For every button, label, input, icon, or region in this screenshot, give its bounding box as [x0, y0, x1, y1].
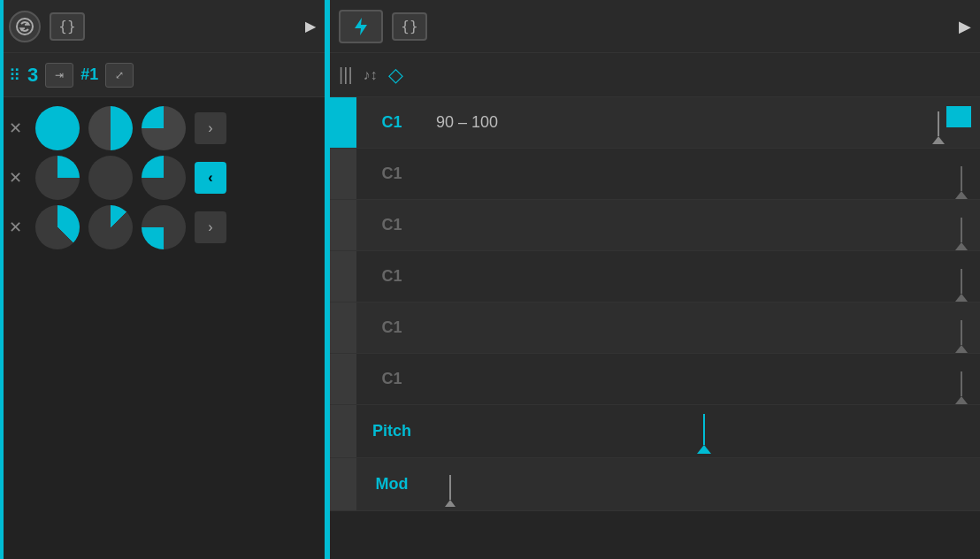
arrow-right-1[interactable]: ›	[195, 112, 226, 144]
note-row-2[interactable]: C1	[330, 149, 980, 200]
note-label-1: C1	[356, 113, 427, 132]
play-icon-right: ▶	[959, 18, 971, 35]
knob-line-6	[961, 371, 962, 396]
note-content-3[interactable]	[427, 200, 980, 250]
pitch-color-block	[330, 405, 356, 457]
arrow-left-2[interactable]: ‹	[195, 162, 226, 194]
note-swatch-1	[946, 106, 971, 127]
note-color-3	[330, 200, 356, 250]
note-row-4[interactable]: C1	[330, 251, 980, 302]
arrow-right-3[interactable]: ›	[195, 211, 226, 243]
pitch-knob	[697, 414, 711, 454]
note-row-3[interactable]: C1	[330, 200, 980, 251]
hash-label: #1	[80, 65, 98, 84]
pitch-label: Pitch	[356, 422, 427, 440]
notes-area: C1 90 – 100 C1 C1	[330, 97, 980, 559]
note-row-6[interactable]: C1	[330, 354, 980, 405]
note-content-2[interactable]	[427, 149, 980, 199]
note-content-4[interactable]	[427, 251, 980, 302]
knob-base-1	[932, 136, 945, 144]
note-range-1: 90 – 100	[427, 113, 498, 132]
cell-1-1[interactable]	[35, 106, 80, 150]
diamond-icon[interactable]: ◇	[388, 64, 403, 87]
knob-base-6	[955, 396, 968, 404]
remove-row-1[interactable]: ✕	[9, 119, 27, 138]
expand-button[interactable]: ⤢	[105, 63, 134, 88]
note-color-2	[330, 149, 356, 199]
pitch-knob-line	[703, 414, 705, 445]
pitch-knob-base	[697, 445, 711, 454]
play-icon-left: ▶	[305, 19, 316, 34]
note-label-4: C1	[356, 267, 427, 286]
pitch-content[interactable]	[427, 405, 980, 457]
cell-2-2[interactable]	[88, 156, 133, 200]
braces-button-left[interactable]: {}	[50, 12, 85, 41]
track-number: 3	[27, 64, 38, 87]
note-content-6[interactable]	[427, 354, 980, 404]
cell-3-1[interactable]	[35, 205, 80, 249]
mod-color-block	[330, 458, 356, 510]
mod-knob	[445, 475, 456, 507]
note-content-1[interactable]: 90 – 100	[427, 97, 980, 148]
right-top-bar: {} ▶	[330, 0, 980, 53]
note-label-6: C1	[356, 370, 427, 388]
knob-line-2	[961, 166, 962, 191]
svg-point-0	[17, 19, 33, 34]
grid-area: ✕ › ✕ ‹ ✕ ›	[0, 97, 325, 559]
note-label-2: C1	[356, 165, 427, 183]
left-border-accent	[0, 0, 4, 559]
cell-1-2[interactable]	[88, 106, 133, 150]
note-color-4	[330, 251, 356, 302]
note-color-5	[330, 302, 356, 353]
knob-line-4	[961, 269, 962, 294]
knob-base-5	[955, 345, 968, 353]
import-button[interactable]: ⇥	[45, 63, 73, 88]
dots-icon: ⠿	[9, 65, 20, 85]
play-button-right[interactable]: ▶	[959, 17, 971, 36]
note-color-6	[330, 354, 356, 404]
remove-row-3[interactable]: ✕	[9, 218, 27, 237]
remove-row-2[interactable]: ✕	[9, 168, 27, 188]
knob-line-5	[961, 320, 962, 345]
braces-button-right[interactable]: {}	[392, 12, 427, 41]
note-row-1[interactable]: C1 90 – 100	[330, 97, 980, 149]
right-toolbar: ||| ♪↕ ◇	[330, 53, 980, 97]
bars-icon[interactable]: |||	[339, 65, 353, 85]
knob-line-1	[938, 111, 939, 136]
grid-row-1: ✕ ›	[9, 106, 316, 150]
note-label-5: C1	[356, 318, 427, 337]
cell-1-3[interactable]	[142, 106, 186, 150]
braces-icon-right: {}	[401, 18, 417, 34]
left-top-bar: {} ▶	[0, 0, 325, 53]
lightning-button[interactable]	[339, 10, 383, 43]
note-row-5[interactable]: C1	[330, 302, 980, 354]
left-panel: {} ▶ ⠿ 3 ⇥ #1 ⤢ ✕ › ✕ ‹ ✕	[0, 0, 327, 559]
mod-knob-line	[449, 475, 451, 500]
mod-knob-base	[445, 500, 456, 507]
mod-label: Mod	[356, 475, 427, 494]
grid-row-2: ✕ ‹	[9, 156, 316, 200]
cell-3-3[interactable]	[142, 205, 186, 249]
cell-2-1[interactable]	[35, 156, 80, 200]
mod-content[interactable]	[427, 458, 980, 510]
knob-line-3	[961, 218, 962, 242]
knob-base-4	[955, 294, 968, 302]
braces-icon-left: {}	[58, 18, 75, 34]
knob-base-3	[955, 242, 968, 250]
note-label-3: C1	[356, 216, 427, 234]
cell-3-2[interactable]	[88, 205, 133, 249]
note-color-1	[330, 97, 356, 148]
right-panel: {} ▶ ||| ♪↕ ◇ C1 90 – 100	[327, 0, 980, 559]
play-button-left[interactable]: ▶	[305, 18, 316, 34]
note-content-5[interactable]	[427, 302, 980, 353]
left-toolbar: ⠿ 3 ⇥ #1 ⤢	[0, 53, 325, 97]
cell-2-3[interactable]	[142, 156, 186, 200]
grid-row-3: ✕ ›	[9, 205, 316, 249]
music-note-icon[interactable]: ♪↕	[364, 67, 378, 83]
loop-button[interactable]	[9, 11, 41, 42]
knob-base-2	[955, 191, 968, 199]
pitch-row[interactable]: Pitch	[330, 405, 980, 458]
mod-row[interactable]: Mod	[330, 458, 980, 511]
